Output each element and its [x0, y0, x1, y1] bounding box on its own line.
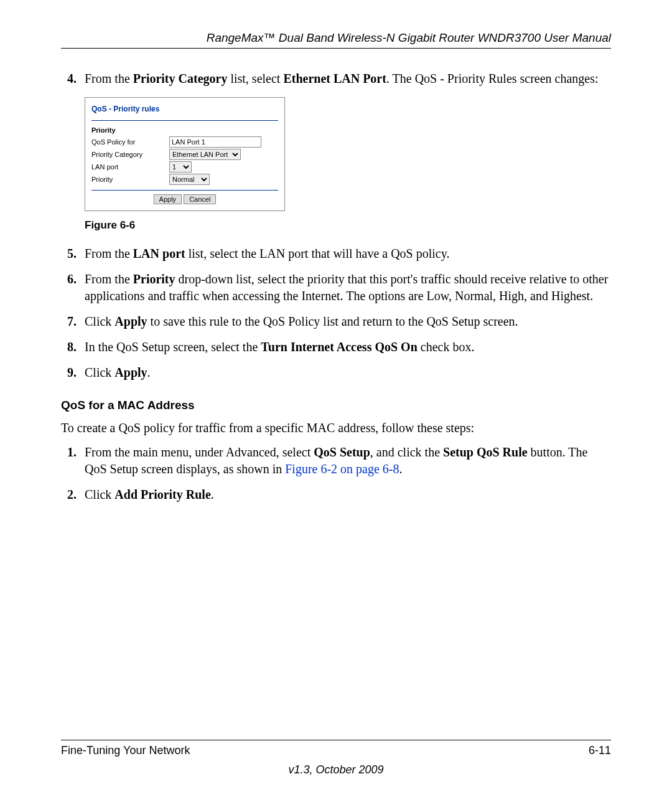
- figure-caption: Figure 6-6: [85, 219, 611, 233]
- steps-list-part1: From the Priority Category list, select …: [61, 70, 611, 381]
- step-5: From the LAN port list, select the LAN p…: [80, 245, 611, 262]
- cancel-button[interactable]: Cancel: [184, 194, 216, 204]
- figure-6-6-wrap: QoS - Priority rules Priority QoS Policy…: [85, 97, 611, 233]
- row-lan-port: LAN port 1: [91, 161, 278, 172]
- footer-version: v1.3, October 2009: [61, 763, 611, 776]
- figure-6-2-link[interactable]: Figure 6-2 on page 6-8: [285, 462, 399, 476]
- apply-button[interactable]: Apply: [154, 194, 182, 204]
- qos-policy-input[interactable]: [169, 136, 261, 148]
- step-8: In the QoS Setup screen, select the Turn…: [80, 339, 611, 356]
- priority-category-label: Priority Category: [91, 150, 169, 159]
- panel-divider: [91, 120, 278, 121]
- mac-step-1: From the main menu, under Advanced, sele…: [80, 444, 611, 478]
- page-footer: Fine-Tuning Your Network 6-11 v1.3, Octo…: [61, 740, 611, 776]
- row-priority: Priority Normal: [91, 174, 278, 185]
- step-6: From the Priority drop-down list, select…: [80, 271, 611, 304]
- footer-page-number: 6-11: [589, 744, 611, 757]
- priority-category-select[interactable]: Ethernet LAN Port: [169, 149, 241, 160]
- header-rule: [61, 48, 611, 49]
- priority-select[interactable]: Normal: [169, 174, 210, 185]
- panel-buttons: Apply Cancel: [91, 194, 278, 204]
- row-priority-category: Priority Category Ethernet LAN Port: [91, 149, 278, 160]
- step-9: Click Apply.: [80, 364, 611, 381]
- lan-port-label: LAN port: [91, 163, 169, 172]
- priority-label: Priority: [91, 175, 169, 184]
- mac-step-2: Click Add Priority Rule.: [80, 486, 611, 503]
- steps-list-part2: From the main menu, under Advanced, sele…: [61, 444, 611, 503]
- step-7: Click Apply to save this rule to the QoS…: [80, 313, 611, 330]
- lan-port-select[interactable]: 1: [169, 161, 192, 172]
- row-qos-policy-for: QoS Policy for: [91, 136, 278, 148]
- footer-rule: [61, 740, 611, 740]
- qos-policy-label: QoS Policy for: [91, 138, 169, 147]
- qos-priority-rules-panel: QoS - Priority rules Priority QoS Policy…: [85, 97, 285, 211]
- priority-section-label: Priority: [91, 126, 278, 135]
- panel-divider-bottom: [91, 190, 278, 191]
- footer-section-name: Fine-Tuning Your Network: [61, 744, 190, 757]
- step4-text: From the Priority Category list, select …: [85, 72, 599, 85]
- section-heading-qos-mac: QoS for a MAC Address: [61, 399, 611, 412]
- section-intro: To create a QoS policy for traffic from …: [61, 420, 611, 437]
- step-4: From the Priority Category list, select …: [80, 70, 611, 233]
- panel-title: QoS - Priority rules: [91, 104, 278, 114]
- document-header: RangeMax™ Dual Band Wireless-N Gigabit R…: [61, 31, 611, 45]
